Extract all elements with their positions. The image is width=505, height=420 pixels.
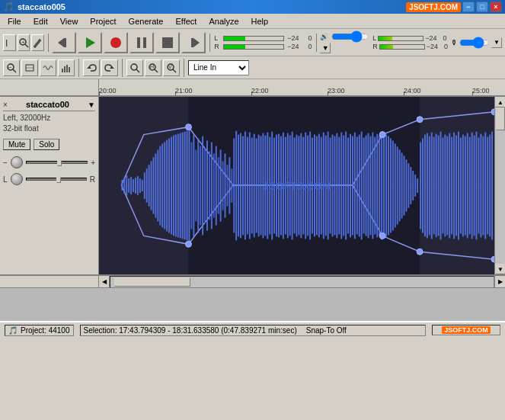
gain-knob[interactable] <box>11 156 23 168</box>
svg-rect-171 <box>424 135 426 237</box>
hscroll-left-button[interactable]: ◀ <box>99 276 110 288</box>
svg-point-7 <box>110 37 121 48</box>
svg-rect-77 <box>213 153 215 217</box>
menu-file[interactable]: File <box>2 15 27 27</box>
svg-rect-18 <box>62 69 63 72</box>
track-close-button[interactable]: × <box>3 101 8 109</box>
svg-rect-107 <box>280 136 282 236</box>
select-tool-button[interactable]: I <box>3 34 16 51</box>
hscroll-thumb[interactable] <box>114 277 190 287</box>
menu-generate[interactable]: Generate <box>123 15 170 27</box>
vertical-scrollbar[interactable]: ▲ ▼ <box>494 97 505 274</box>
svg-rect-109 <box>285 137 286 235</box>
mute-button[interactable]: Mute <box>3 139 30 150</box>
menu-bar: File Edit View Project Generate Effect A… <box>0 14 505 29</box>
hscroll-track[interactable] <box>110 276 494 288</box>
zoom-in-button[interactable]: + <box>18 34 30 51</box>
svg-rect-199 <box>487 137 488 235</box>
output-volume-slider[interactable] <box>331 32 369 41</box>
mic-icon-right: 🎙 <box>451 39 458 46</box>
output-dropdown-btn[interactable]: ▼ <box>320 43 331 53</box>
out-L-label: L <box>372 34 376 42</box>
svg-rect-179 <box>442 138 443 234</box>
track-name-row: × staccato00 ▼ <box>3 100 95 111</box>
svg-point-205 <box>379 232 385 239</box>
scroll-thumb[interactable] <box>496 107 505 130</box>
gain-plus-label: + <box>91 159 95 167</box>
svg-rect-60 <box>175 135 177 237</box>
svg-rect-164 <box>408 163 409 207</box>
output-level-meter: L −24 0 R −24 0 <box>372 34 448 50</box>
solo-button[interactable]: Solo <box>34 139 59 150</box>
draw-tool-button[interactable] <box>31 34 44 51</box>
svg-text:V: V <box>168 64 172 69</box>
pause-button[interactable] <box>129 32 154 53</box>
svg-point-203 <box>186 241 192 247</box>
project-label: Project: 44100 <box>21 326 70 335</box>
zoom-h-button[interactable]: H <box>145 59 161 76</box>
menu-edit[interactable]: Edit <box>27 15 54 27</box>
toolbar-sep-6 <box>184 59 184 77</box>
ruler-line-23 <box>328 91 328 96</box>
svg-rect-43 <box>137 176 139 195</box>
svg-rect-9 <box>143 37 146 48</box>
svg-rect-198 <box>484 133 486 239</box>
level-R-zero: 0 <box>308 43 312 50</box>
menu-analyze[interactable]: Analyze <box>203 15 245 27</box>
redo-button[interactable] <box>101 59 118 76</box>
ruler-mark-24: 24:00 <box>404 87 421 95</box>
svg-rect-12 <box>191 38 193 47</box>
track-container: × staccato00 ▼ Left, 32000Hz 32-bit floa… <box>0 96 505 275</box>
undo-button[interactable] <box>83 59 100 76</box>
svg-rect-69 <box>195 149 197 221</box>
mic-dropdown-btn[interactable]: ▼ <box>491 37 502 48</box>
pan-slider[interactable] <box>26 178 87 181</box>
record-button[interactable] <box>104 32 128 53</box>
scroll-down-button[interactable]: ▼ <box>495 264 505 274</box>
hscroll-right-button[interactable]: ▶ <box>494 276 505 288</box>
fit-view-button[interactable] <box>21 59 38 76</box>
play-button[interactable] <box>78 32 102 53</box>
menu-project[interactable]: Project <box>84 15 122 27</box>
spectrum-view-button[interactable] <box>58 59 75 76</box>
waveform-view-button[interactable] <box>40 59 56 76</box>
close-button[interactable]: × <box>490 2 502 12</box>
svg-rect-186 <box>458 132 459 240</box>
zoom-waveform-button[interactable] <box>126 59 143 76</box>
waveform-area[interactable]: 1.0 0.5 0.0 -0.5 -1.0 <box>99 97 494 274</box>
stop-button[interactable] <box>155 32 180 53</box>
svg-rect-71 <box>200 146 201 225</box>
menu-help[interactable]: Help <box>245 15 275 27</box>
svg-rect-70 <box>197 139 199 233</box>
mic-volume-slider[interactable] <box>459 38 490 47</box>
zoom-out-button[interactable]: − <box>3 59 20 76</box>
scroll-track[interactable] <box>495 107 505 264</box>
track-dropdown-button[interactable]: ▼ <box>88 101 95 109</box>
minimize-button[interactable]: − <box>462 2 475 12</box>
fast-forward-button[interactable] <box>181 32 206 53</box>
svg-rect-143 <box>361 132 363 240</box>
svg-rect-66 <box>189 130 190 242</box>
ruler-bar: 20:00 21:00 22:00 23:00 24:00 25:00 <box>0 79 505 96</box>
menu-effect[interactable]: Effect <box>169 15 203 27</box>
svg-rect-181 <box>446 136 448 236</box>
track-info: Left, 32000Hz 32-bit float <box>3 113 95 134</box>
svg-rect-62 <box>180 133 181 239</box>
svg-rect-125 <box>321 137 322 235</box>
gain-slider[interactable] <box>26 161 88 164</box>
scroll-up-button[interactable]: ▲ <box>495 97 505 107</box>
rewind-button[interactable] <box>52 32 76 53</box>
svg-rect-110 <box>287 133 289 239</box>
svg-rect-42 <box>135 178 136 194</box>
menu-view[interactable]: View <box>54 15 85 27</box>
svg-rect-155 <box>388 136 389 236</box>
input-selector[interactable]: Line In Microphone Stereo Mix <box>188 60 249 75</box>
svg-rect-184 <box>453 133 455 239</box>
svg-rect-72 <box>202 136 203 236</box>
pan-knob[interactable] <box>11 173 23 185</box>
svg-rect-156 <box>390 139 392 233</box>
maximize-button[interactable]: □ <box>476 2 488 12</box>
zoom-v-button[interactable]: V <box>163 59 180 76</box>
svg-rect-48 <box>149 165 150 207</box>
svg-text:+: + <box>21 39 25 46</box>
